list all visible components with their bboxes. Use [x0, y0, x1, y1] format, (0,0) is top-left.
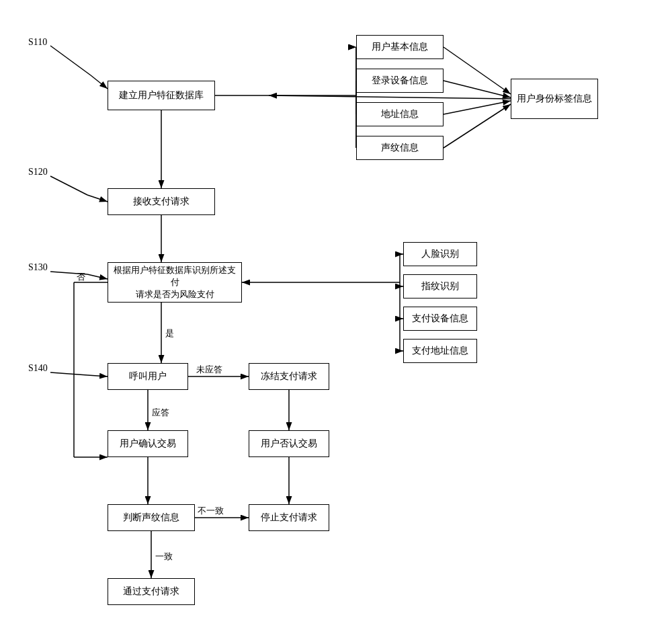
pay-address-box: 支付地址信息 [403, 339, 477, 363]
step-s110: S110 [28, 37, 47, 48]
receive-payment-box: 接收支付请求 [108, 188, 215, 215]
freeze-box: 冻结支付请求 [249, 363, 329, 390]
login-device-box: 登录设备信息 [356, 69, 444, 93]
user-identity-box: 用户身份标签信息 [511, 79, 598, 119]
call-user-box: 呼叫用户 [108, 363, 188, 390]
svg-line-16 [87, 375, 108, 376]
svg-text:应答: 应答 [152, 407, 169, 417]
svg-line-1 [50, 46, 91, 75]
stop-pay-box: 停止支付请求 [249, 504, 329, 531]
svg-line-5 [87, 195, 108, 202]
svg-line-8 [87, 274, 108, 279]
confirm-tx-box: 用户确认交易 [108, 430, 188, 457]
fingerprint-box: 指纹识别 [403, 274, 477, 298]
svg-line-36 [444, 47, 511, 94]
step-s130: S130 [28, 262, 48, 273]
judge-voice-box: 判断声纹信息 [108, 504, 195, 531]
pass-pay-box: 通过支付请求 [108, 578, 195, 605]
pay-device-box: 支付设备信息 [403, 307, 477, 331]
user-basic-box: 用户基本信息 [356, 35, 444, 59]
svg-line-4 [50, 176, 87, 195]
svg-text:一致: 一致 [155, 551, 173, 561]
svg-line-15 [50, 372, 87, 375]
step-s120: S120 [28, 167, 48, 177]
svg-text:未应答: 未应答 [196, 364, 222, 374]
address-box: 地址信息 [356, 102, 444, 126]
svg-line-39 [444, 104, 511, 148]
svg-text:不一致: 不一致 [198, 506, 224, 516]
identify-risk-box: 根据用户特征数据库识别所述支付 请求是否为风险支付 [108, 262, 242, 303]
step-s140: S140 [28, 363, 48, 374]
svg-line-38 [444, 101, 511, 114]
svg-line-40 [269, 95, 511, 99]
deny-tx-box: 用户否认交易 [249, 430, 329, 457]
svg-line-2 [91, 75, 108, 89]
svg-line-7 [50, 272, 87, 274]
face-recog-box: 人脸识别 [403, 242, 477, 266]
build-db-box: 建立用户特征数据库 [108, 81, 215, 110]
voice-box: 声纹信息 [356, 136, 444, 160]
svg-line-37 [444, 81, 511, 97]
svg-text:否: 否 [77, 272, 85, 282]
svg-text:是: 是 [165, 328, 174, 338]
